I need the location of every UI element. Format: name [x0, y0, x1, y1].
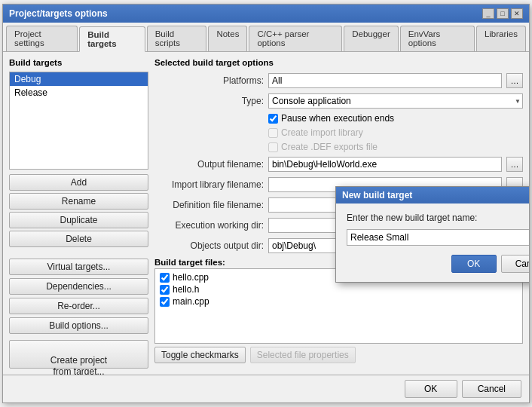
window-title: Project/targets options — [9, 8, 108, 19]
file-checkbox-2[interactable] — [160, 297, 170, 307]
tab-envvars[interactable]: EnvVars options — [400, 26, 475, 51]
close-button[interactable]: ✕ — [511, 8, 523, 19]
build-targets-list[interactable]: Debug Release — [9, 72, 148, 170]
title-bar-buttons: _ □ ✕ — [482, 8, 523, 19]
import-library-label: Import library filename: — [154, 179, 264, 190]
type-select[interactable]: Console application GUI application Stat… — [268, 93, 523, 109]
toggle-checkmarks-button[interactable]: Toggle checkmarks — [154, 347, 246, 363]
maximize-button[interactable]: □ — [497, 8, 509, 19]
create-import-label: Create import library — [281, 127, 363, 138]
modal-body: Enter the new build target name: OK Canc… — [336, 204, 529, 282]
files-footer: Toggle checkmarks Selected file properti… — [154, 347, 523, 363]
modal-footer: OK Cancel — [347, 255, 529, 273]
type-row: Type: Console application GUI applicatio… — [154, 93, 523, 109]
main-content: Build targets Debug Release Add Rename D… — [3, 52, 529, 375]
tab-debugger[interactable]: Debugger — [344, 26, 399, 51]
modal-title-bar: New build target ✕ — [336, 187, 529, 204]
file-checkbox-1[interactable] — [160, 285, 170, 295]
right-panel-wrapper: Selected build target options Platforms:… — [154, 58, 523, 369]
platforms-browse-button[interactable]: … — [506, 73, 523, 88]
tab-libraries[interactable]: Libraries — [476, 26, 526, 51]
execution-working-label: Execution working dir: — [154, 220, 264, 231]
pause-execution-row: Pause when execution ends — [268, 113, 523, 124]
delete-button[interactable]: Delete — [9, 231, 148, 247]
build-options-button[interactable]: Build options... — [9, 317, 148, 334]
pause-execution-checkbox[interactable] — [268, 114, 278, 124]
create-import-row: Create import library — [268, 127, 523, 138]
build-targets-label: Build targets — [9, 58, 148, 67]
rename-button[interactable]: Rename — [9, 193, 148, 210]
minimize-button[interactable]: _ — [482, 8, 494, 19]
tab-build-targets[interactable]: Build targets — [79, 26, 145, 52]
file-label-1: hello.h — [173, 284, 199, 295]
main-window: Project/targets options _ □ ✕ Project se… — [2, 4, 530, 403]
modal-ok-button[interactable]: OK — [451, 255, 497, 273]
output-filename-row: Output filename: … — [154, 156, 523, 173]
platforms-row: Platforms: … — [154, 72, 523, 89]
create-def-label: Create .DEF exports file — [281, 142, 378, 152]
window-footer: OK Cancel — [3, 375, 529, 402]
create-project-label: Create project from target... — [50, 355, 107, 375]
target-actions: Add Rename Duplicate Delete — [9, 174, 148, 247]
platforms-input[interactable] — [268, 73, 502, 88]
modal-cancel-button[interactable]: Cancel — [501, 255, 529, 273]
new-target-name-input[interactable] — [347, 229, 529, 246]
type-label: Type: — [154, 96, 264, 106]
duplicate-button[interactable]: Duplicate — [9, 212, 148, 228]
modal-title: New build target — [342, 190, 412, 200]
output-filename-browse-button[interactable]: … — [506, 157, 523, 172]
list-item-release[interactable]: Release — [10, 86, 148, 99]
list-item-debug[interactable]: Debug — [10, 72, 148, 86]
list-item: main.cpp — [160, 295, 518, 308]
reorder-button[interactable]: Re-order... — [9, 298, 148, 314]
new-build-target-dialog: New build target ✕ Enter the new build t… — [335, 186, 529, 283]
definition-file-label: Definition file filename: — [154, 200, 264, 210]
add-button[interactable]: Add — [9, 174, 148, 191]
file-checkbox-0[interactable] — [160, 273, 170, 283]
tab-notes[interactable]: Notes — [208, 26, 247, 51]
modal-prompt: Enter the new build target name: — [347, 213, 529, 223]
output-filename-input[interactable] — [268, 157, 502, 172]
create-def-row: Create .DEF exports file — [268, 142, 523, 152]
dependencies-button[interactable]: Dependencies... — [9, 278, 148, 295]
create-def-checkbox[interactable] — [268, 142, 278, 152]
pause-execution-label: Pause when execution ends — [281, 113, 394, 124]
output-filename-label: Output filename: — [154, 159, 264, 170]
tab-cpp-parser[interactable]: C/C++ parser options — [249, 26, 342, 51]
selected-file-properties-button[interactable]: Selected file properties — [250, 347, 356, 363]
list-item: hello.h — [160, 283, 518, 295]
tab-project-settings[interactable]: Project settings — [6, 26, 78, 51]
create-import-checkbox[interactable] — [268, 128, 278, 138]
tabs-bar: Project settings Build targets Build scr… — [3, 23, 529, 52]
title-bar: Project/targets options _ □ ✕ — [3, 5, 529, 23]
virtual-targets-button[interactable]: Virtual targets... — [9, 259, 148, 275]
platforms-label: Platforms: — [154, 75, 264, 86]
left-panel: Build targets Debug Release Add Rename D… — [9, 58, 148, 369]
type-select-wrapper: Console application GUI application Stat… — [268, 93, 523, 109]
ok-button[interactable]: OK — [405, 380, 457, 398]
objects-output-label: Objects output dir: — [154, 240, 264, 251]
file-label-2: main.cpp — [173, 296, 209, 307]
selected-build-target-label: Selected build target options — [154, 58, 523, 67]
create-project-button[interactable]: Create project from target... — [9, 340, 148, 369]
file-label-0: hello.cpp — [173, 272, 209, 283]
cancel-button[interactable]: Cancel — [462, 380, 521, 398]
tab-build-scripts[interactable]: Build scripts — [147, 26, 207, 51]
